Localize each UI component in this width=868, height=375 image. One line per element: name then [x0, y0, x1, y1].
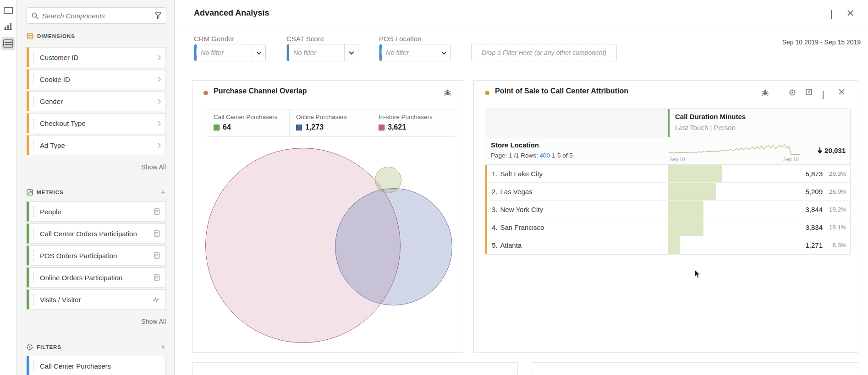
- dropdown-label-crm-gender: CRM Gender: [194, 35, 234, 43]
- search-input[interactable]: [42, 12, 155, 20]
- metric-label: POS Orders Participation: [40, 252, 117, 260]
- table-row[interactable]: 3. New York City 3,84419.2%: [485, 201, 850, 218]
- metric-item-call-center-orders-participation[interactable]: Call Center Orders Participation: [27, 223, 166, 244]
- metric-item-online-orders-participation[interactable]: Online Orders Participation: [27, 267, 166, 288]
- row-value: 3,844: [805, 206, 823, 213]
- metrics-show-all-link[interactable]: Show All: [27, 318, 166, 325]
- legend-label: Call Center Purchasers: [214, 114, 289, 120]
- venn-circle-online[interactable]: [335, 188, 452, 305]
- metric-total[interactable]: 20,031: [818, 147, 846, 154]
- dimension-item-customer-id[interactable]: Customer ID: [27, 47, 166, 67]
- row-dimension-value[interactable]: Salt Lake City: [500, 170, 543, 178]
- dropdown-value: No filter: [289, 44, 344, 61]
- chevron-right-icon[interactable]: [156, 143, 161, 147]
- table-dimension-header-row: Store Location Page: 1 /1 Rows: 400 1-5 …: [485, 137, 850, 165]
- expand-icon[interactable]: [806, 89, 812, 95]
- components-icon[interactable]: [1, 37, 15, 50]
- debug-bug-icon[interactable]: [444, 89, 451, 96]
- row-dimension-value[interactable]: Atlanta: [500, 241, 522, 249]
- dimension-header-cell[interactable]: Store Location Page: 1 /1 Rows: 400 1-5 …: [485, 137, 668, 164]
- date-range[interactable]: Sep 10 2019 - Sep 15 2019: [782, 38, 861, 46]
- gear-icon[interactable]: [789, 89, 796, 96]
- drag-handle[interactable]: [33, 272, 34, 283]
- dimension-item-checkout-type[interactable]: Checkout Type: [27, 113, 166, 133]
- crm-gender-dropdown[interactable]: No filter: [194, 44, 266, 61]
- drag-handle[interactable]: [33, 294, 34, 305]
- drag-handle[interactable]: [33, 360, 34, 371]
- table-row[interactable]: 5. Atlanta 1,2716.3%: [485, 236, 850, 254]
- row-dimension-value[interactable]: Las Vegas: [500, 188, 533, 196]
- legend-swatch-blue: [296, 125, 302, 130]
- chevron-right-icon[interactable]: [156, 77, 161, 82]
- metric-header-empty-cell: [485, 109, 668, 137]
- drag-handle[interactable]: [33, 74, 34, 85]
- close-panel-icon[interactable]: [847, 10, 853, 16]
- venn-circle-call-center[interactable]: [375, 167, 401, 193]
- left-rail: [0, 0, 16, 375]
- row-bar: [668, 183, 716, 200]
- close-icon[interactable]: [839, 89, 845, 95]
- row-dimension-value[interactable]: San Francisco: [500, 223, 544, 231]
- collapse-panel-icon[interactable]: [831, 10, 832, 18]
- drag-handle[interactable]: [33, 228, 34, 239]
- legend-cell-call-center[interactable]: Call Center Purchasers 64: [207, 109, 290, 136]
- add-metric-button[interactable]: +: [160, 189, 166, 196]
- dimension-label: Gender: [40, 98, 63, 105]
- metric-item-people[interactable]: People: [27, 201, 166, 222]
- drag-handle[interactable]: [33, 118, 34, 129]
- metric-name: Call Duration Minutes: [675, 113, 850, 120]
- dimension-label: Cookie ID: [40, 76, 70, 83]
- dimension-item-gender[interactable]: Gender: [27, 91, 166, 111]
- dimensions-list: Customer ID Cookie ID Gender Checkout Ty…: [27, 47, 166, 157]
- legend-cell-in-store[interactable]: In-store Purchasers 3,621: [372, 109, 455, 136]
- debug-bug-icon[interactable]: [761, 89, 769, 96]
- row-rank: 2.: [492, 188, 498, 196]
- csat-score-dropdown[interactable]: No filter: [286, 44, 358, 61]
- drag-handle[interactable]: [33, 206, 34, 217]
- calculated-metric-icon: [154, 274, 160, 281]
- dimension-item-cookie-id[interactable]: Cookie ID: [27, 69, 166, 89]
- metric-item-pos-orders-participation[interactable]: POS Orders Participation: [27, 245, 166, 266]
- drag-handle[interactable]: [33, 140, 34, 151]
- row-percent: 19.1%: [823, 224, 846, 231]
- chevron-right-icon[interactable]: [156, 55, 161, 60]
- row-dimension-value[interactable]: New York City: [500, 206, 543, 213]
- metric-item-visits-visitor[interactable]: Visits / Visitor: [27, 289, 166, 310]
- next-viz-panel-left: [192, 362, 518, 375]
- drag-handle[interactable]: [33, 96, 34, 107]
- filter-drop-zone[interactable]: Drop a Filter Here (or any other compone…: [471, 44, 617, 61]
- chevron-down-icon[interactable]: [344, 44, 358, 61]
- drag-handle[interactable]: [33, 250, 34, 261]
- legend-cell-online[interactable]: Online Purchasers 1,273: [290, 109, 372, 136]
- dropdown-label-csat-score: CSAT Score: [286, 35, 324, 43]
- pagination-suffix: 1-5 of 5: [552, 152, 573, 159]
- table-row[interactable]: 4. San Francisco 3,83419.1%: [485, 218, 850, 236]
- sort-descending-icon: [818, 147, 822, 153]
- legend-swatch-green: [214, 125, 220, 130]
- search-icon: [32, 12, 38, 19]
- chevron-down-icon[interactable]: [252, 44, 265, 61]
- table-row[interactable]: 1. Salt Lake City 5,87329.3%: [485, 165, 850, 183]
- add-filter-button[interactable]: +: [160, 344, 166, 350]
- chevron-down-icon[interactable]: [823, 91, 824, 99]
- pos-location-dropdown[interactable]: No filter: [379, 44, 451, 61]
- rows-count-link[interactable]: 400: [540, 152, 550, 159]
- chevron-right-icon[interactable]: [156, 121, 161, 125]
- filter-funnel-icon[interactable]: [155, 12, 161, 19]
- drag-handle[interactable]: [33, 52, 34, 63]
- dimensions-show-all-link[interactable]: Show All: [27, 163, 166, 171]
- table-row[interactable]: 2. Las Vegas 5,20926.0%: [485, 183, 850, 201]
- chevron-right-icon[interactable]: [156, 99, 161, 103]
- dimension-icon: [27, 33, 33, 39]
- dimension-item-ad-type[interactable]: Ad Type: [27, 135, 166, 155]
- metric-icon: [27, 189, 33, 196]
- attribution-model: Last Touch | Person: [675, 124, 850, 131]
- chevron-down-icon[interactable]: [437, 44, 450, 61]
- filter-item-call-center-purchasers[interactable]: Call Center Purchasers: [27, 356, 166, 375]
- row-bar: [668, 218, 703, 236]
- search-box[interactable]: [27, 7, 166, 24]
- visualizations-icon[interactable]: [1, 19, 15, 33]
- metric-header-cell[interactable]: Call Duration Minutes Last Touch | Perso…: [668, 109, 850, 137]
- legend-label: Online Purchasers: [296, 114, 372, 120]
- panels-icon[interactable]: [1, 4, 15, 17]
